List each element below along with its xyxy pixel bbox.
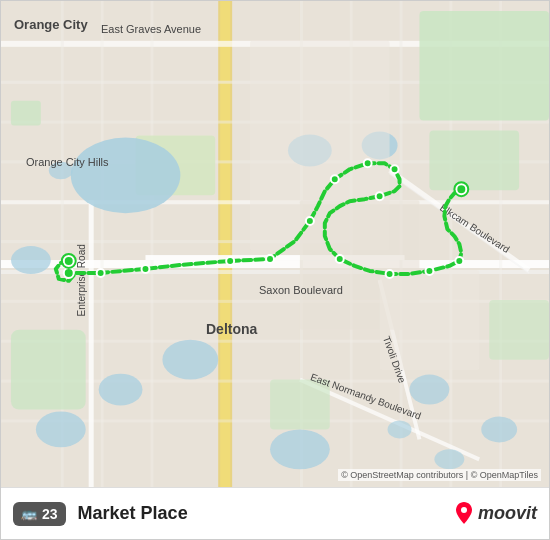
moovit-logo: moovit bbox=[454, 502, 537, 526]
svg-rect-29 bbox=[419, 11, 549, 121]
svg-rect-51 bbox=[380, 270, 480, 370]
moovit-text: moovit bbox=[478, 503, 537, 524]
map-attribution: © OpenStreetMap contributors | © OpenMap… bbox=[338, 469, 541, 481]
svg-rect-2 bbox=[220, 1, 230, 489]
route-badge: 🚌 23 bbox=[13, 502, 66, 526]
route-number: 23 bbox=[42, 506, 58, 522]
svg-point-70 bbox=[461, 507, 467, 513]
svg-point-43 bbox=[270, 429, 330, 469]
svg-point-44 bbox=[410, 375, 450, 405]
svg-point-46 bbox=[434, 449, 464, 469]
svg-rect-33 bbox=[270, 380, 330, 430]
app-container: Orange City East Graves Avenue Orange Ci… bbox=[0, 0, 550, 540]
svg-point-36 bbox=[71, 137, 181, 213]
svg-rect-32 bbox=[11, 330, 86, 410]
moovit-pin-icon bbox=[454, 502, 474, 526]
svg-point-47 bbox=[388, 420, 412, 438]
svg-point-39 bbox=[11, 246, 51, 274]
svg-rect-16 bbox=[101, 1, 104, 489]
svg-point-42 bbox=[36, 411, 86, 447]
svg-rect-23 bbox=[89, 200, 94, 489]
svg-point-41 bbox=[99, 374, 143, 406]
bottom-bar: 🚌 23 Market Place moovit bbox=[1, 487, 549, 539]
route-name: Market Place bbox=[78, 503, 454, 524]
svg-point-48 bbox=[49, 161, 73, 179]
svg-rect-30 bbox=[429, 131, 519, 191]
svg-rect-35 bbox=[11, 101, 41, 126]
svg-point-40 bbox=[162, 340, 218, 380]
svg-rect-17 bbox=[150, 1, 153, 489]
svg-point-45 bbox=[481, 416, 517, 442]
map: Orange City East Graves Avenue Orange Ci… bbox=[1, 1, 549, 539]
svg-rect-34 bbox=[489, 300, 549, 360]
svg-rect-4 bbox=[1, 260, 549, 268]
bus-icon: 🚌 bbox=[21, 506, 37, 521]
